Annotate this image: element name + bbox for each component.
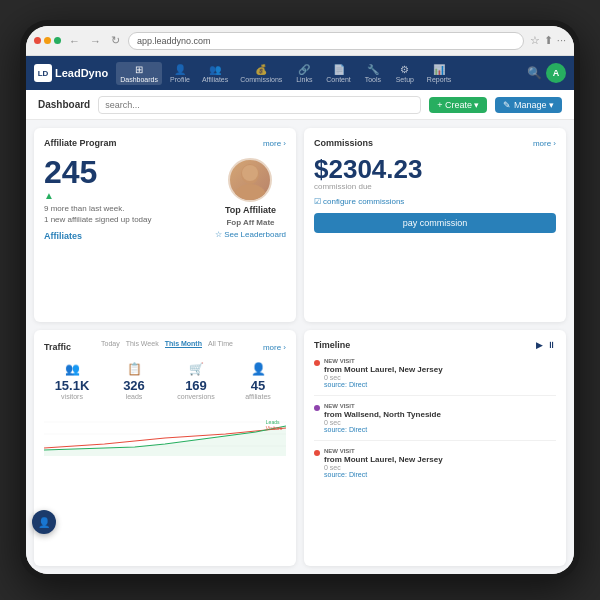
nav-label-dashboards: Dashboards [120, 76, 158, 83]
leads-label: leads [126, 393, 143, 400]
bookmark-icon[interactable]: ☆ [530, 34, 540, 47]
maximize-dot [54, 37, 61, 44]
manage-button[interactable]: ✎ Manage ▾ [495, 97, 562, 113]
commissions-card: Commissions more › $2304.23 commission d… [304, 128, 566, 322]
reports-icon: 📊 [433, 64, 445, 75]
user-avatar[interactable]: A [546, 63, 566, 83]
pay-commission-button[interactable]: pay commission [314, 213, 556, 233]
tab-today[interactable]: Today [101, 340, 120, 348]
timeline-pause-button[interactable]: ⏸ [547, 340, 556, 350]
timeline-badge-3: NEW VISIT [324, 448, 443, 454]
nav-item-reports[interactable]: 📊 Reports [423, 62, 456, 85]
affiliates-link[interactable]: Affiliates [44, 231, 207, 241]
svg-point-1 [234, 184, 266, 202]
refresh-button[interactable]: ↻ [109, 33, 122, 48]
timeline-location-1: from Mount Laurel, New Jersey [324, 365, 443, 374]
timeline-dot-1 [314, 360, 320, 366]
timeline-sub-2: 0 sec [324, 419, 441, 426]
window-controls [34, 37, 61, 44]
profile-icon: 👤 [174, 64, 186, 75]
timeline-location-3: from Mount Laurel, New Jersey [324, 455, 443, 464]
dashboards-icon: ⊞ [135, 64, 143, 75]
visitors-value: 15.1K [55, 378, 90, 393]
nav-item-tools[interactable]: 🔧 Tools [359, 62, 387, 85]
commissions-card-title: Commissions [314, 138, 373, 148]
traffic-card-header: Traffic Today This Week This Month All T… [44, 340, 286, 354]
nav-item-commissions[interactable]: 💰 Commissions [236, 62, 286, 85]
timeline-item-2: NEW VISIT from Wallsend, North Tyneside … [314, 403, 556, 441]
nav-item-affiliates[interactable]: 👥 Affiliates [198, 62, 232, 85]
nav-item-content[interactable]: 📄 Content [322, 62, 355, 85]
visitors-icon: 👥 [65, 362, 80, 376]
trend-text: 9 more than last week. [44, 203, 207, 214]
content-icon: 📄 [333, 64, 345, 75]
tab-all-time[interactable]: All Time [208, 340, 233, 348]
browser-chrome: ← → ↻ app.leaddyno.com ☆ ⬆ ··· [26, 26, 574, 56]
timeline-content-1: NEW VISIT from Mount Laurel, New Jersey … [324, 358, 443, 388]
nav-label-reports: Reports [427, 76, 452, 83]
back-button[interactable]: ← [67, 34, 82, 48]
timeline-content-3: NEW VISIT from Mount Laurel, New Jersey … [324, 448, 443, 478]
timeline-card-title: Timeline [314, 340, 350, 350]
menu-icon[interactable]: ··· [557, 34, 566, 47]
conversions-icon: 🛒 [189, 362, 204, 376]
nav-item-setup[interactable]: ⚙ Setup [391, 62, 419, 85]
traffic-more-link[interactable]: more › [263, 343, 286, 352]
traffic-chart: Leads Visitors [44, 406, 286, 456]
timeline-badge-1: NEW VISIT [324, 358, 443, 364]
traffic-tabs: Today This Week This Month All Time [101, 340, 233, 348]
metric-leads: 📋 326 leads [106, 362, 162, 400]
breadcrumb: Dashboard [38, 99, 90, 110]
signup-text: 1 new affiliate signed up today [44, 214, 207, 225]
timeline-card-header: Timeline ▶ ⏸ [314, 340, 556, 350]
app: LD LeadDyno ⊞ Dashboards 👤 Profile 👥 Aff… [26, 56, 574, 574]
tab-this-month[interactable]: This Month [165, 340, 202, 348]
bottom-user-avatar[interactable]: 👤 [32, 510, 56, 534]
trend-icon: ▲ [44, 190, 207, 201]
configure-commissions-link[interactable]: ☑ configure commissions [314, 197, 556, 206]
links-icon: 🔗 [298, 64, 310, 75]
metric-conversions: 🛒 169 conversions [168, 362, 224, 400]
timeline-badge-2: NEW VISIT [324, 403, 441, 409]
top-affiliate-label: Top Affiliate [225, 205, 276, 215]
forward-button[interactable]: → [88, 34, 103, 48]
address-bar[interactable]: app.leaddyno.com [128, 32, 524, 50]
affiliate-more-link[interactable]: more › [263, 139, 286, 148]
nav-label-tools: Tools [365, 76, 381, 83]
timeline-sub-1: 0 sec [324, 374, 443, 381]
conversions-value: 169 [185, 378, 207, 393]
logo: LD LeadDyno [34, 64, 108, 82]
share-icon[interactable]: ⬆ [544, 34, 553, 47]
tab-this-week[interactable]: This Week [126, 340, 159, 348]
commission-due-label: commission due [314, 182, 556, 191]
nav-item-profile[interactable]: 👤 Profile [166, 62, 194, 85]
commissions-more-link[interactable]: more › [533, 139, 556, 148]
nav-item-dashboards[interactable]: ⊞ Dashboards [116, 62, 162, 85]
main-content: Affiliate Program more › 245 ▲ 9 more th… [26, 120, 574, 574]
timeline-dot-2 [314, 405, 320, 411]
logo-icon: LD [34, 64, 52, 82]
search-button[interactable]: 🔍 [527, 66, 542, 80]
traffic-metrics: 👥 15.1K visitors 📋 326 leads 🛒 169 [44, 362, 286, 400]
traffic-card-title: Traffic [44, 342, 71, 352]
traffic-card: Traffic Today This Week This Month All T… [34, 330, 296, 566]
leaderboard-link[interactable]: ☆ See Leaderboard [215, 230, 286, 239]
search-input[interactable] [98, 96, 421, 114]
create-button[interactable]: + Create ▾ [429, 97, 487, 113]
timeline-dot-3 [314, 450, 320, 456]
tools-icon: 🔧 [367, 64, 379, 75]
top-affiliate-section: Top Affiliate Fop Aff Mate ☆ See Leaderb… [215, 158, 286, 239]
close-dot [34, 37, 41, 44]
nav-label-setup: Setup [396, 76, 414, 83]
timeline-list: NEW VISIT from Mount Laurel, New Jersey … [314, 358, 556, 485]
top-navigation: LD LeadDyno ⊞ Dashboards 👤 Profile 👥 Aff… [26, 56, 574, 90]
top-affiliate-avatar [228, 158, 272, 202]
setup-icon: ⚙ [400, 64, 409, 75]
metric-affiliates: 👤 45 affiliates [230, 362, 286, 400]
nav-item-links[interactable]: 🔗 Links [290, 62, 318, 85]
timeline-play-button[interactable]: ▶ [536, 340, 543, 350]
url-text: app.leaddyno.com [137, 36, 211, 46]
conversions-label: conversions [177, 393, 214, 400]
leads-icon: 📋 [127, 362, 142, 376]
affiliate-card-title: Affiliate Program [44, 138, 117, 148]
